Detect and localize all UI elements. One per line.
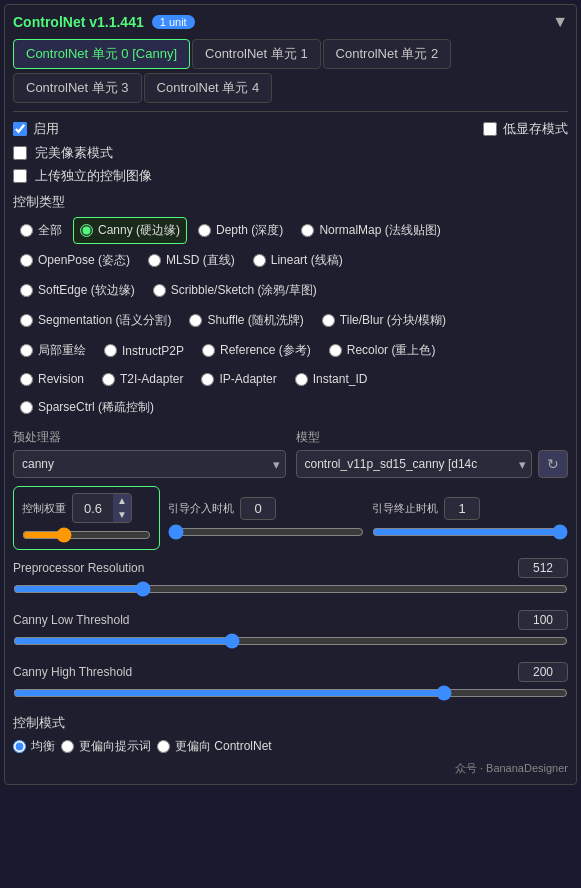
enable-checkbox[interactable] bbox=[13, 122, 27, 136]
control-weight-down[interactable]: ▼ bbox=[113, 508, 131, 522]
tab-unit-1[interactable]: ControlNet 单元 1 bbox=[192, 39, 321, 69]
radio-segmentation[interactable]: Segmentation (语义分割) bbox=[13, 307, 178, 334]
model-refresh-button[interactable]: ↻ bbox=[538, 450, 568, 478]
tab-unit-4[interactable]: ControlNet 单元 4 bbox=[144, 73, 273, 103]
radio-softedge[interactable]: SoftEdge (软边缘) bbox=[13, 277, 142, 304]
radio-scribble[interactable]: Scribble/Sketch (涂鸦/草图) bbox=[146, 277, 324, 304]
guidance-start-label: 引导介入时机 bbox=[168, 501, 234, 516]
control-mode-radio-row: 均衡 更偏向提示词 更偏向 ControlNet bbox=[13, 738, 568, 755]
watermark: 众号 · BananaDesigner bbox=[13, 755, 568, 776]
radio-openpose[interactable]: OpenPose (姿态) bbox=[13, 247, 137, 274]
canny-high-label: Canny High Threshold bbox=[13, 665, 132, 679]
radio-ip-adapter[interactable]: IP-Adapter bbox=[194, 367, 283, 391]
perfect-pixel-label: 完美像素模式 bbox=[35, 144, 113, 162]
weight-guidance-row: 控制权重 0.6 ▲ ▼ 引导介入时机 0 引导终止时机 bbox=[13, 486, 568, 550]
control-weight-input-box: 0.6 ▲ ▼ bbox=[72, 493, 132, 523]
canny-high-row: Canny High Threshold 200 bbox=[13, 662, 568, 704]
radio-canny[interactable]: Canny (硬边缘) bbox=[73, 217, 187, 244]
control-weight-stepper: ▲ ▼ bbox=[113, 494, 131, 522]
guidance-end-value: 1 bbox=[444, 497, 480, 520]
mode-balanced[interactable]: 均衡 bbox=[13, 738, 55, 755]
lowvram-checkbox[interactable] bbox=[483, 122, 497, 136]
canny-low-label: Canny Low Threshold bbox=[13, 613, 130, 627]
unit-badge: 1 unit bbox=[152, 15, 195, 29]
control-weight-up[interactable]: ▲ bbox=[113, 494, 131, 508]
header-row: ControlNet v1.1.441 1 unit ▼ bbox=[13, 13, 568, 31]
tabs-row-2: ControlNet 单元 3 ControlNet 单元 4 bbox=[13, 73, 568, 103]
guidance-end-label: 引导终止时机 bbox=[372, 501, 438, 516]
control-weight-slider[interactable] bbox=[22, 527, 151, 543]
perfect-pixel-checkbox[interactable] bbox=[13, 146, 27, 160]
radio-tile-blur[interactable]: Tile/Blur (分块/模糊) bbox=[315, 307, 453, 334]
mode-prefer-controlnet[interactable]: 更偏向 ControlNet bbox=[157, 738, 272, 755]
enable-label: 启用 bbox=[33, 120, 59, 138]
radio-shuffle[interactable]: Shuffle (随机洗牌) bbox=[182, 307, 310, 334]
collapse-arrow[interactable]: ▼ bbox=[552, 13, 568, 31]
radio-sparsectrl[interactable]: SparseCtrl (稀疏控制) bbox=[13, 394, 161, 421]
guidance-start-value: 0 bbox=[240, 497, 276, 520]
guidance-end-group: 引导终止时机 1 bbox=[372, 497, 568, 540]
radio-revision[interactable]: Revision bbox=[13, 367, 91, 391]
canny-high-value: 200 bbox=[518, 662, 568, 682]
control-weight-input[interactable]: 0.6 bbox=[73, 498, 113, 519]
preprocessor-model-section: 预处理器 canny ▾ 模型 control_v11p_sd15_canny … bbox=[13, 429, 568, 478]
radio-instant-id[interactable]: Instant_ID bbox=[288, 367, 375, 391]
mode-prefer-prompt[interactable]: 更偏向提示词 bbox=[61, 738, 151, 755]
preprocessor-resolution-label: Preprocessor Resolution bbox=[13, 561, 144, 575]
radio-inpaint[interactable]: 局部重绘 bbox=[13, 337, 93, 364]
radio-depth[interactable]: Depth (深度) bbox=[191, 217, 290, 244]
preprocessor-select-container: canny ▾ bbox=[13, 450, 286, 478]
radio-recolor[interactable]: Recolor (重上色) bbox=[322, 337, 443, 364]
radio-all[interactable]: 全部 bbox=[13, 217, 69, 244]
control-type-label: 控制类型 bbox=[13, 193, 568, 211]
canny-low-value: 100 bbox=[518, 610, 568, 630]
preprocessor-resolution-slider[interactable] bbox=[13, 581, 568, 597]
preprocessor-select[interactable]: canny bbox=[13, 450, 286, 478]
guidance-start-group: 引导介入时机 0 bbox=[168, 497, 364, 540]
preprocessor-section-label: 预处理器 bbox=[13, 429, 286, 446]
guidance-start-slider[interactable] bbox=[168, 524, 364, 540]
plugin-title: ControlNet v1.1.441 bbox=[13, 14, 144, 30]
enable-lowvram-row: 启用 低显存模式 bbox=[13, 120, 568, 138]
canny-high-slider[interactable] bbox=[13, 685, 568, 701]
model-select-container: control_v11p_sd15_canny [d14c ▾ bbox=[296, 450, 533, 478]
radio-reference[interactable]: Reference (参考) bbox=[195, 337, 318, 364]
radio-mlsd[interactable]: MLSD (直线) bbox=[141, 247, 242, 274]
canny-low-row: Canny Low Threshold 100 bbox=[13, 610, 568, 652]
model-row: control_v11p_sd15_canny [d14c ▾ ↻ bbox=[296, 450, 569, 478]
model-select[interactable]: control_v11p_sd15_canny [d14c bbox=[296, 450, 533, 478]
radio-normalmap[interactable]: NormalMap (法线贴图) bbox=[294, 217, 447, 244]
tab-unit-2[interactable]: ControlNet 单元 2 bbox=[323, 39, 452, 69]
preprocessor-resolution-row: Preprocessor Resolution 512 bbox=[13, 558, 568, 600]
tab-unit-0[interactable]: ControlNet 单元 0 [Canny] bbox=[13, 39, 190, 69]
guidance-end-slider[interactable] bbox=[372, 524, 568, 540]
control-weight-group: 控制权重 0.6 ▲ ▼ bbox=[13, 486, 160, 550]
model-section-label: 模型 bbox=[296, 429, 569, 446]
lowvram-label: 低显存模式 bbox=[503, 120, 568, 138]
upload-independent-checkbox[interactable] bbox=[13, 169, 27, 183]
upload-independent-label: 上传独立的控制图像 bbox=[35, 167, 152, 185]
canny-low-slider[interactable] bbox=[13, 633, 568, 649]
radio-lineart[interactable]: Lineart (线稿) bbox=[246, 247, 350, 274]
preprocessor-resolution-value: 512 bbox=[518, 558, 568, 578]
tab-unit-3[interactable]: ControlNet 单元 3 bbox=[13, 73, 142, 103]
tabs-row-1: ControlNet 单元 0 [Canny] ControlNet 单元 1 … bbox=[13, 39, 568, 69]
radio-t2i[interactable]: T2I-Adapter bbox=[95, 367, 190, 391]
radio-instructp2p[interactable]: InstructP2P bbox=[97, 337, 191, 364]
control-mode-label: 控制模式 bbox=[13, 714, 568, 732]
control-weight-label: 控制权重 bbox=[22, 501, 66, 516]
